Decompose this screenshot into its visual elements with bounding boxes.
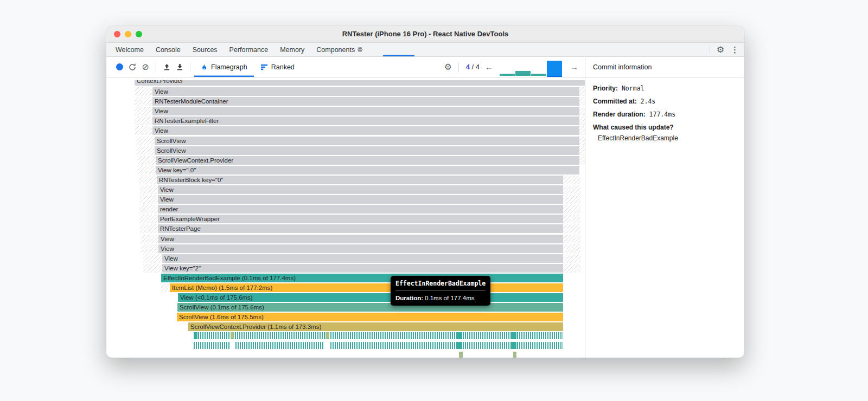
prev-commit-button[interactable]: ←	[483, 62, 495, 72]
flame-bar[interactable]: PerfExampleWrapper	[158, 215, 563, 223]
commit-cause-label: What caused this update?	[593, 124, 674, 131]
flame-bar[interactable]: ScrollView	[155, 146, 579, 155]
flame-leaf-bar[interactable]	[459, 352, 463, 358]
flame-bar[interactable]: View key=".0"	[156, 166, 579, 174]
tab-welcome[interactable]: Welcome	[110, 43, 150, 56]
field-label: Committed at:	[593, 98, 637, 105]
flame-micro-bars[interactable]	[235, 342, 324, 349]
flame-micro-bar-solid[interactable]	[194, 332, 197, 339]
commit-cause-component[interactable]: EffectInRenderBadExample	[593, 134, 737, 142]
commit-count: 4 / 4	[466, 63, 480, 71]
commit-info-field: Render duration: 177.4ms	[593, 111, 737, 118]
tab-sources[interactable]: Sources	[187, 43, 224, 56]
flame-bar[interactable]: ScrollView	[155, 137, 579, 145]
flame-hatch-left	[141, 244, 158, 253]
flame-bar[interactable]: RNTesterPage	[158, 224, 563, 233]
commit-info-field: Committed at: 2.4s	[593, 98, 737, 105]
flame-micro-bar-solid[interactable]	[512, 342, 516, 349]
flame-bar[interactable]: View key="2"	[162, 264, 563, 273]
devtools-tab-bar: WelcomeConsoleSourcesPerformanceMemoryCo…	[106, 43, 744, 57]
flame-hatch-right	[563, 205, 580, 214]
flame-micro-bar-solid[interactable]	[231, 332, 234, 339]
flame-bar[interactable]: View	[158, 235, 563, 243]
kebab-menu-icon[interactable]: ⋮	[731, 46, 739, 54]
flame-hatch-right	[579, 107, 585, 115]
flame-bar[interactable]: render	[158, 205, 563, 214]
profiler-pane: ⊘	[106, 57, 585, 358]
flame-bar[interactable]: ItemList (Memo) (1.5ms of 177.2ms)	[170, 283, 563, 292]
flame-micro-bars[interactable]	[330, 342, 563, 349]
flamegraph-canvas: EffectInRenderBadExample Duration:0.1ms …	[106, 77, 585, 358]
import-profile-button[interactable]	[160, 61, 173, 74]
profiler-settings-button[interactable]: ⚙	[442, 61, 455, 74]
flame-bar-label: RNTesterPage	[160, 224, 563, 233]
flame-bar[interactable]: ScrollView (1.6ms of 175.5ms)	[177, 313, 563, 321]
commit-bar-3[interactable]	[531, 74, 546, 76]
flame-hatch-left	[135, 87, 152, 96]
next-commit-button[interactable]: →	[568, 62, 580, 72]
tooltip-duration-value: 0.1ms of 177.4ms	[425, 295, 474, 301]
flame-micro-bar-solid[interactable]	[326, 332, 329, 339]
flame-hatch-right	[563, 176, 580, 184]
commit-bar-4[interactable]	[547, 61, 562, 76]
field-value: 177.4ms	[646, 111, 675, 118]
tab-profiler[interactable]	[383, 43, 414, 56]
flame-hatch-right	[563, 185, 580, 194]
block-icon: ⊘	[142, 63, 149, 72]
tab-ranked[interactable]: Ranked	[254, 57, 301, 77]
settings-gear-icon[interactable]: ⚙	[717, 46, 724, 54]
profiler-toolbar: ⊘	[106, 57, 585, 77]
flame-micro-bar-solid[interactable]	[512, 332, 516, 339]
flame-hatch-right	[563, 264, 580, 273]
upload-icon	[163, 63, 171, 71]
flame-bar[interactable]: Context.Provider	[135, 80, 585, 86]
flame-bar[interactable]: View	[162, 254, 563, 263]
flame-hatch-right	[579, 117, 585, 125]
tooltip-duration-label: Duration:	[395, 295, 423, 301]
flame-hatch-left	[137, 137, 155, 145]
commit-bar-2[interactable]	[515, 71, 531, 76]
export-profile-button[interactable]	[173, 61, 186, 74]
flame-bar[interactable]: ScrollView (0.1ms of 175.6ms)	[177, 303, 563, 312]
window-title: RNTester (iPhone 16 Pro) - React Native …	[106, 26, 744, 42]
toolbar-divider	[190, 62, 190, 72]
reload-profile-button[interactable]	[126, 61, 139, 74]
flame-bar[interactable]: View	[152, 107, 579, 115]
flame-hatch-left	[140, 185, 158, 194]
tab-flamegraph[interactable]: Flamegraph	[194, 57, 254, 77]
flame-bar[interactable]: View	[152, 87, 579, 96]
flame-bar-label: render	[160, 205, 563, 214]
tab-console[interactable]: Console	[150, 43, 187, 56]
flame-bar-label: EffectInRenderBadExample (0.1ms of 177.4…	[163, 274, 563, 282]
flame-bar[interactable]: View (<0.1ms of 175.6ms)	[178, 293, 563, 302]
flame-bar[interactable]: EffectInRenderBadExample (0.1ms of 177.4…	[161, 274, 563, 282]
tab-label: Memory	[280, 46, 304, 54]
commit-info-pane: Commit information Priority: NormalCommi…	[585, 57, 744, 358]
flame-bar[interactable]: View	[158, 195, 563, 204]
tab-memory[interactable]: Memory	[274, 43, 310, 56]
flame-bar[interactable]: ScrollViewContext.Provider (1.1ms of 173…	[188, 322, 563, 331]
flame-bar[interactable]: View	[158, 185, 563, 194]
flame-micro-bar-solid[interactable]	[457, 342, 462, 349]
flame-bar[interactable]: RNTesterBlock key="0"	[157, 176, 563, 184]
clear-profile-button[interactable]: ⊘	[139, 61, 152, 74]
flame-hatch-left	[135, 97, 152, 106]
flame-bar-label: ItemList (Memo) (1.5ms of 177.2ms)	[172, 283, 563, 292]
flame-hatch-left	[139, 176, 157, 184]
flame-hatch-left	[161, 283, 170, 292]
commit-selector-chart[interactable]	[500, 59, 564, 76]
tab-performance[interactable]: Performance	[224, 43, 275, 56]
flame-bar[interactable]: RNTesterModuleContainer	[152, 97, 579, 106]
commit-bar-1[interactable]	[500, 74, 515, 76]
flame-bar[interactable]: View	[152, 126, 579, 135]
flame-micro-bars[interactable]	[194, 332, 563, 339]
flame-bar[interactable]: RNTesterExampleFilter	[152, 117, 579, 125]
record-button[interactable]	[113, 61, 126, 74]
flame-micro-bar-solid[interactable]	[457, 332, 462, 339]
flame-micro-bars[interactable]	[194, 342, 229, 349]
flame-bar-label: View	[161, 244, 563, 253]
flame-bar[interactable]: View	[158, 244, 563, 253]
flame-leaf-bar[interactable]	[513, 352, 516, 358]
flame-bar[interactable]: ScrollViewContext.Provider	[156, 156, 579, 165]
tab-components[interactable]: Components	[310, 43, 369, 56]
